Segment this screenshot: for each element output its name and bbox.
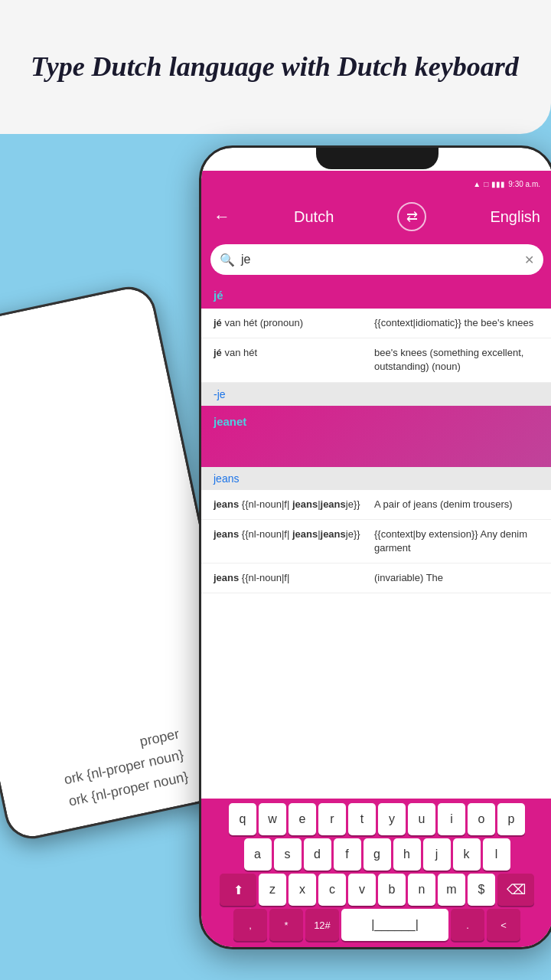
clear-button[interactable]: ✕: [524, 253, 534, 267]
dutch-entry: jeans {{nl-noun|f| jeans|jeansje}}: [214, 498, 367, 511]
key-r[interactable]: r: [318, 803, 346, 835]
key-numpad[interactable]: 12#: [305, 909, 339, 941]
section-word-suffix-je[interactable]: -je: [214, 388, 226, 400]
english-translation: bee's knees (something excellent, outsta…: [374, 346, 540, 374]
search-icon: 🔍: [220, 253, 235, 267]
key-l[interactable]: l: [483, 838, 510, 871]
key-g[interactable]: g: [364, 838, 391, 871]
key-less-than[interactable]: <: [487, 909, 520, 941]
key-c[interactable]: c: [318, 874, 346, 906]
key-z[interactable]: z: [259, 874, 286, 906]
key-i[interactable]: i: [438, 803, 465, 835]
section-header-je: jé: [201, 283, 551, 309]
key-f[interactable]: f: [334, 838, 361, 871]
key-x[interactable]: x: [289, 874, 316, 906]
key-comma[interactable]: ,: [233, 909, 267, 941]
phone-notch: [316, 148, 439, 169]
section-header-jeans: jeans: [201, 467, 551, 490]
table-row: jeans {{nl-noun|f| (invariable) The: [201, 564, 551, 593]
swap-icon: ⇄: [406, 208, 418, 225]
key-v[interactable]: v: [348, 874, 376, 906]
keyboard-row-4: , * 12# |______| . <: [204, 909, 549, 941]
section-header-suffix-je: -je: [201, 383, 551, 406]
key-h[interactable]: h: [393, 838, 421, 871]
shift-key[interactable]: ⬆: [220, 874, 256, 906]
swap-button[interactable]: ⇄: [397, 202, 426, 231]
signal-icon: □: [484, 180, 488, 188]
key-n[interactable]: n: [408, 874, 435, 906]
target-language: English: [490, 208, 540, 226]
key-t[interactable]: t: [348, 803, 376, 835]
status-bar: ▲ □ ▮▮▮ 9:30 a.m.: [201, 171, 551, 195]
page-title: Type Dutch language with Dutch keyboard: [31, 49, 519, 85]
key-d[interactable]: d: [304, 838, 331, 871]
key-period[interactable]: .: [451, 909, 484, 941]
dutch-entry: jé van hét (pronoun): [214, 316, 367, 330]
key-dollar[interactable]: $: [468, 874, 495, 906]
keyboard-row-2: a s d f g h j k l: [204, 838, 549, 871]
section-header-jeanet: jeanet: [201, 406, 551, 467]
search-input[interactable]: je: [241, 253, 518, 266]
keyboard-row-3: ⬆ z x c v b n m $ ⌫: [204, 874, 549, 906]
table-row: jeans {{nl-noun|f| jeans|jeansje}} A pai…: [201, 490, 551, 520]
key-y[interactable]: y: [378, 803, 406, 835]
key-a[interactable]: a: [244, 838, 272, 871]
status-icons: ▲ □ ▮▮▮ 9:30 a.m.: [473, 180, 540, 188]
back-button[interactable]: ←: [214, 207, 230, 227]
key-asterisk[interactable]: *: [269, 909, 303, 941]
dutch-entry: jé van hét: [214, 346, 367, 374]
english-translation: (invariable) The: [374, 571, 540, 585]
search-input-wrapper[interactable]: 🔍 je ✕: [210, 244, 543, 275]
top-section: Type Dutch language with Dutch keyboard: [0, 0, 551, 134]
english-translation: {{context|by extension}} Any denim garme…: [374, 528, 540, 555]
table-row: jé van hét (pronoun) {{context|idiomatic…: [201, 309, 551, 338]
keyboard: q w e r t y u i o p a s: [201, 799, 551, 947]
wifi-icon: ▲: [473, 180, 481, 188]
results-area: jé jé van hét (pronoun) {{context|idioma…: [201, 283, 551, 799]
key-o[interactable]: o: [468, 803, 495, 835]
table-row: jé van hét bee's knees (something excell…: [201, 338, 551, 382]
search-bar: 🔍 je ✕: [201, 238, 551, 283]
keyboard-row-1: q w e r t y u i o p: [204, 803, 549, 835]
english-translation: A pair of jeans (denim trousers): [374, 498, 540, 511]
key-p[interactable]: p: [497, 803, 525, 835]
key-j[interactable]: j: [423, 838, 451, 871]
battery-icon: ▮▮▮: [491, 180, 505, 188]
key-k[interactable]: k: [453, 838, 481, 871]
space-key[interactable]: |______|: [341, 909, 448, 941]
key-u[interactable]: u: [408, 803, 435, 835]
app-header: ← Dutch ⇄ English: [201, 195, 551, 238]
section-word-je[interactable]: jé: [214, 289, 223, 302]
blue-background: properork {nl-proper noun}ork {nl-proper…: [0, 134, 551, 980]
english-translation: {{context|idiomatic}} the bee's knees: [374, 316, 540, 330]
key-b[interactable]: b: [378, 874, 406, 906]
key-q[interactable]: q: [229, 803, 256, 835]
key-w[interactable]: w: [259, 803, 286, 835]
section-word-jeans[interactable]: jeans: [214, 472, 239, 485]
secondary-phone-text: properork {nl-proper noun}ork {nl-proper…: [43, 720, 206, 816]
key-e[interactable]: e: [289, 803, 316, 835]
dutch-entry: jeans {{nl-noun|f| jeans|jeansje}}: [214, 528, 367, 555]
backspace-key[interactable]: ⌫: [497, 874, 534, 906]
main-phone: ▲ □ ▮▮▮ 9:30 a.m. ← Dutch ⇄ English: [199, 145, 551, 949]
section-word-jeanet[interactable]: jeanet: [214, 415, 246, 428]
dutch-entry: jeans {{nl-noun|f|: [214, 571, 367, 585]
key-s[interactable]: s: [274, 838, 302, 871]
table-row: jeans {{nl-noun|f| jeans|jeansje}} {{con…: [201, 520, 551, 564]
time-display: 9:30 a.m.: [508, 180, 540, 188]
source-language: Dutch: [294, 208, 334, 226]
key-m[interactable]: m: [438, 874, 465, 906]
